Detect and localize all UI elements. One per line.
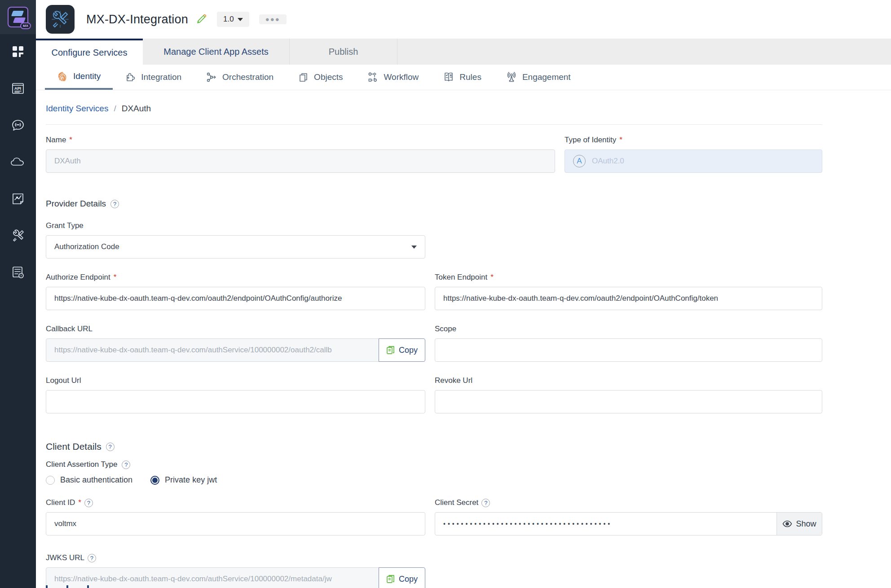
token-endpoint-input[interactable]: https://native-kube-dx-oauth.team-q-dev.… [435,287,822,310]
jwks-copy-button[interactable]: Copy [379,567,425,588]
provider-details-help-icon[interactable]: ? [110,200,119,208]
client-id-input[interactable]: voltmx [46,512,425,535]
radio-label: Private key jwt [165,475,217,485]
code-chat-icon[interactable] [10,118,26,133]
subtab-label: Workflow [384,72,419,82]
breadcrumb-current: DXAuth [122,104,151,114]
divider [46,124,822,125]
client-secret-masked-value: •••••••••••••••••••••••••••••••••••••• [435,520,776,527]
voltmx-logo-tile[interactable]: MX [0,0,36,34]
tab-label: Publish [329,47,358,57]
app-header: MX-DX-Integration 1.0 ●●● [36,0,891,39]
breadcrumb-separator: / [114,104,116,114]
chevron-down-icon [238,18,243,21]
svg-text:?: ? [20,274,22,277]
subtab-identity[interactable]: Identity [45,65,113,90]
subtab-label: Engagement [522,72,571,82]
tab-publish[interactable]: Publish [290,39,397,65]
radio-circle-checked-icon [150,476,159,485]
grant-type-select[interactable]: Authorization Code [46,235,425,259]
grant-type-label: Grant Type [46,221,425,230]
client-id-label: Client ID* ? [46,498,425,507]
subtab-workflow[interactable]: Workflow [355,65,431,90]
breadcrumb-identity-services-link[interactable]: Identity Services [46,104,108,114]
copy-label: Copy [399,346,418,355]
jwks-url-field: https://native-kube-dx-oauth.team-q-dev.… [46,567,379,588]
chevron-down-icon [411,246,417,249]
subtab-label: Orchestration [222,72,273,82]
required-asterisk: * [490,273,494,282]
tab-label: Manage Client App Assets [163,47,268,57]
integration-app-icon [46,5,75,34]
name-field: DXAuth [46,149,555,173]
objects-icon [298,72,309,83]
version-label: 1.0 [223,15,234,24]
analytics-icon[interactable] [10,191,26,206]
tab-configure-services[interactable]: Configure Services [36,39,143,65]
revoke-url-label: Revoke Url [435,376,822,385]
required-asterisk: * [619,136,622,145]
jwks-url-help-icon[interactable]: ? [88,554,96,562]
subtab-rules[interactable]: Rules [431,65,494,90]
logout-url-label: Logout Url [46,376,425,385]
client-secret-help-icon[interactable]: ? [481,499,490,507]
help-resources-icon[interactable]: ? [10,265,26,280]
required-asterisk: * [78,498,81,507]
ellipsis-icon: ●●● [265,18,280,21]
subtab-label: Identity [73,71,101,81]
cloud-icon[interactable] [10,154,26,170]
voltmx-logo-icon: MX [8,7,28,27]
fingerprint-icon [57,71,68,82]
api-icon[interactable]: API [10,81,26,96]
more-options-button[interactable]: ●●● [259,14,287,24]
tools-icon[interactable] [10,228,26,243]
scope-label: Scope [435,325,822,333]
client-assertion-radio-group: Basic authentication Private key jwt [46,475,822,485]
client-details-help-icon[interactable]: ? [106,443,115,451]
subtab-objects[interactable]: Objects [286,65,355,90]
version-dropdown[interactable]: 1.0 [217,12,249,27]
svg-text:API: API [14,86,21,91]
main-tabbar: Configure Services Manage Client App Ass… [36,39,891,65]
type-of-identity-value: OAuth2.0 [592,157,624,166]
cut-off-next-field [46,585,89,588]
eye-icon [782,520,792,527]
revoke-url-input[interactable] [435,390,822,413]
left-sidebar: MX API [0,0,36,588]
subtab-integration[interactable]: Integration [113,65,194,90]
show-label: Show [796,519,816,529]
jwks-url-label: JWKS URL ? [46,553,425,562]
subtab-engagement[interactable]: Engagement [494,65,583,90]
radio-private-key-jwt[interactable]: Private key jwt [150,475,217,485]
client-assertion-help-icon[interactable]: ? [122,461,130,469]
required-asterisk: * [69,136,72,145]
callback-url-field: https://native-kube-dx-oauth.team-q-dev.… [46,338,379,362]
callback-copy-button[interactable]: Copy [379,338,425,362]
client-assertion-type-label: Client Assertion Type ? [46,460,822,469]
client-secret-input[interactable]: •••••••••••••••••••••••••••••••••••••• S… [435,512,822,535]
workflow-icon [367,71,379,83]
subtab-label: Objects [314,72,343,82]
name-label: Name* [46,136,555,145]
radio-label: Basic authentication [60,475,132,485]
scope-input[interactable] [435,338,822,362]
oauth-a-icon: A [573,155,586,167]
service-subtabs: Identity Integration Orchestration [36,65,891,90]
logout-url-input[interactable] [46,390,425,413]
radio-basic-authentication[interactable]: Basic authentication [46,475,132,485]
copy-label: Copy [399,575,418,584]
copy-icon [386,574,395,584]
client-secret-label: Client Secret ? [435,498,822,507]
dashboard-icon[interactable] [10,44,26,59]
grant-type-value: Authorization Code [54,242,119,251]
authorize-endpoint-label: Authorize Endpoint* [46,273,425,282]
radio-circle-icon [46,476,55,485]
client-id-help-icon[interactable]: ? [84,499,93,507]
subtab-orchestration[interactable]: Orchestration [194,65,286,90]
edit-title-pencil-icon[interactable] [195,13,207,25]
orchestration-icon [206,71,217,83]
tab-manage-client-app-assets[interactable]: Manage Client App Assets [143,39,290,65]
authorize-endpoint-input[interactable]: https://native-kube-dx-oauth.team-q-dev.… [46,287,425,310]
breadcrumb: Identity Services / DXAuth [46,104,822,114]
show-secret-button[interactable]: Show [776,513,822,535]
